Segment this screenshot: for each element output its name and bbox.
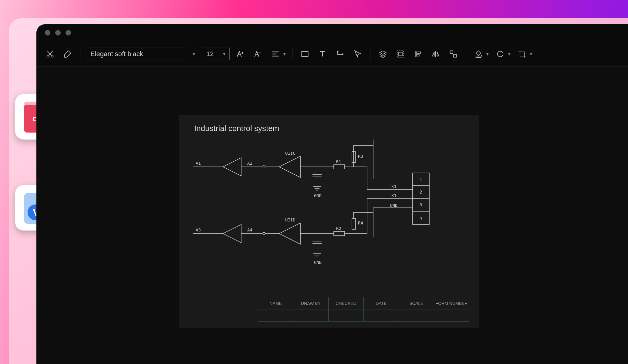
pointer-tool-button[interactable] xyxy=(351,47,365,61)
svg-rect-6 xyxy=(397,51,403,57)
table-header: NAME xyxy=(258,297,293,309)
chevron-down-icon: ▼ xyxy=(222,52,226,56)
svg-rect-9 xyxy=(416,55,419,56)
svg-point-2 xyxy=(51,55,53,57)
svg-text:R4: R4 xyxy=(358,221,363,225)
svg-point-16 xyxy=(263,232,265,235)
text-align-button[interactable] xyxy=(268,47,282,61)
toolbar-separator xyxy=(292,48,292,60)
fill-color-button[interactable] xyxy=(471,47,485,61)
window-close-button[interactable] xyxy=(45,30,50,35)
font-family-select[interactable]: Elegant soft black xyxy=(86,48,186,60)
toolbar-separator xyxy=(370,48,370,60)
canvas-area[interactable]: Industrial control system xyxy=(36,67,628,364)
format-painter-button[interactable] xyxy=(61,47,75,61)
table-header: FORM NUMBER xyxy=(434,297,469,309)
svg-text:1: 1 xyxy=(420,177,422,182)
line-style-button[interactable] xyxy=(493,47,507,61)
text-tool-button[interactable] xyxy=(316,47,329,61)
chevron-down-icon[interactable]: ▼ xyxy=(485,52,490,56)
schematic-drawing[interactable]: Industrial control system xyxy=(179,115,479,328)
rectangle-tool-button[interactable] xyxy=(298,47,312,61)
svg-text:A1: A1 xyxy=(196,161,201,166)
svg-text:GND: GND xyxy=(390,203,397,208)
svg-rect-11 xyxy=(454,54,456,57)
svg-text:4: 4 xyxy=(420,216,422,221)
cut-button[interactable] xyxy=(43,47,57,61)
crop-button[interactable] xyxy=(515,47,529,61)
svg-text:A2: A2 xyxy=(247,161,252,166)
svg-text:K1: K1 xyxy=(391,193,397,198)
font-size-value: 12 xyxy=(206,50,214,58)
titlebar xyxy=(36,24,628,41)
svg-text:2: 2 xyxy=(420,190,422,194)
increase-font-button[interactable] xyxy=(233,47,247,61)
svg-text:3: 3 xyxy=(420,202,422,207)
svg-point-1 xyxy=(47,55,49,57)
group-button[interactable] xyxy=(393,47,407,61)
svg-point-5 xyxy=(342,54,343,55)
svg-rect-17 xyxy=(334,231,345,236)
table-header-row: NAME DRAW BY CHECKED DATE SCALE FORM NUM… xyxy=(258,297,469,309)
circuit-diagram: A1 A2 A3 A4 UIIC UIID R1 R2 R3 R4 K1 K1 … xyxy=(179,115,479,297)
layers-button[interactable] xyxy=(376,47,390,61)
distribute-button[interactable] xyxy=(446,47,460,61)
svg-rect-14 xyxy=(334,165,345,169)
svg-rect-3 xyxy=(302,51,308,56)
table-header: SCALE xyxy=(399,297,434,309)
table-header: DRAW BY xyxy=(293,297,329,309)
svg-text:A4: A4 xyxy=(247,228,252,232)
font-family-dropdown[interactable]: ▼ xyxy=(190,48,198,60)
svg-rect-8 xyxy=(416,52,420,53)
table-header: DATE xyxy=(364,297,399,309)
svg-text:R3: R3 xyxy=(358,154,363,159)
chevron-down-icon[interactable]: ▼ xyxy=(282,52,287,56)
app-window: Elegant soft black ▼ 12 ▼ ▼ xyxy=(36,24,628,364)
align-left-button[interactable] xyxy=(411,47,425,61)
window-maximize-button[interactable] xyxy=(66,30,71,35)
toolbar-separator xyxy=(466,48,466,60)
font-size-select[interactable]: 12 ▼ xyxy=(202,48,230,60)
svg-text:K1: K1 xyxy=(391,184,397,189)
svg-rect-7 xyxy=(399,52,402,56)
svg-point-12 xyxy=(497,51,503,57)
chevron-down-icon[interactable]: ▼ xyxy=(529,52,533,56)
svg-rect-15 xyxy=(352,152,356,163)
svg-rect-18 xyxy=(352,218,356,229)
svg-text:R2: R2 xyxy=(336,226,341,231)
svg-text:UIIC: UIIC xyxy=(285,151,295,156)
svg-text:GND: GND xyxy=(314,193,322,198)
decrease-font-button[interactable] xyxy=(251,47,265,61)
svg-rect-10 xyxy=(450,51,453,53)
table-header: CHECKED xyxy=(329,297,364,309)
toolbar-separator xyxy=(80,48,80,60)
chevron-down-icon[interactable]: ▼ xyxy=(507,52,512,56)
svg-text:UIID: UIID xyxy=(285,217,295,222)
svg-text:R1: R1 xyxy=(336,159,341,164)
flip-horizontal-button[interactable] xyxy=(429,47,443,61)
toolbar: Elegant soft black ▼ 12 ▼ ▼ xyxy=(36,41,628,67)
window-minimize-button[interactable] xyxy=(55,30,61,35)
font-family-value: Elegant soft black xyxy=(90,50,143,58)
table-row xyxy=(258,309,469,322)
svg-text:A3: A3 xyxy=(196,228,201,232)
connector-tool-button[interactable] xyxy=(333,47,347,61)
svg-text:GND: GND xyxy=(314,260,322,265)
title-block-table: NAME DRAW BY CHECKED DATE SCALE FORM NUM… xyxy=(258,297,469,322)
svg-point-13 xyxy=(263,166,265,168)
